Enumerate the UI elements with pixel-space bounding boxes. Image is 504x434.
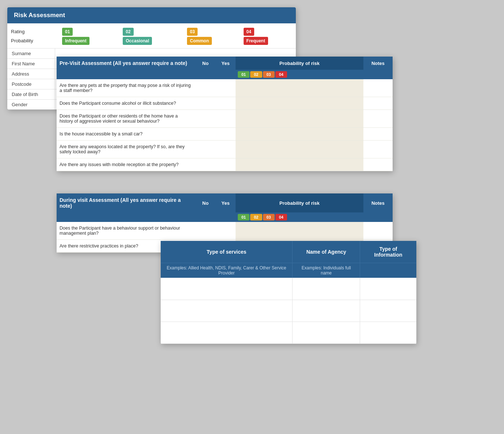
risk-assessment-title: Risk Assessment [7, 7, 296, 23]
previsit-p3-5[interactable] [299, 158, 332, 171]
services-data-row-1 [161, 300, 416, 322]
previsit-p3-3[interactable] [299, 128, 332, 141]
during-no-0[interactable] [195, 222, 215, 240]
previsit-p1-5[interactable] [236, 158, 268, 171]
previsit-p2-3[interactable] [268, 128, 300, 141]
previsit-notes-0[interactable] [363, 79, 393, 97]
previsit-row-4: Are there any weapons located at the pro… [57, 141, 393, 158]
previsit-p4-5[interactable] [332, 158, 364, 171]
previsit-yes-1[interactable] [215, 97, 236, 110]
prob-common: Common [187, 37, 212, 45]
previsit-q5: Are there any issues with mobile recepti… [57, 158, 195, 171]
during-yes-0[interactable] [215, 222, 236, 240]
services-type-2[interactable] [161, 322, 293, 343]
previsit-p1-1[interactable] [236, 97, 268, 110]
previsit-yes-4[interactable] [215, 141, 236, 158]
rating-02: 02 [123, 28, 133, 36]
services-col-header-1: Name of Agency [293, 241, 360, 263]
services-type-0[interactable] [161, 278, 293, 300]
previsit-p4-4[interactable] [332, 141, 364, 158]
previsit-assessment-card: Pre-Visit Assessment (All yes answer req… [57, 57, 393, 171]
services-data-row-2 [161, 322, 416, 343]
previsit-yes-0[interactable] [215, 79, 236, 97]
previsit-notes-3[interactable] [363, 128, 393, 141]
during-p2-0[interactable] [268, 222, 300, 240]
services-info-1[interactable] [360, 300, 416, 322]
previsit-p4-1[interactable] [332, 97, 364, 110]
previsit-p1-4[interactable] [236, 141, 268, 158]
during-p1-0[interactable] [236, 222, 268, 240]
during-yes-header: Yes [215, 193, 236, 212]
previsit-q2: Does the Participant or other residents … [57, 110, 195, 128]
previsit-notes-4[interactable] [363, 141, 393, 158]
gender-label: Gender [7, 100, 55, 110]
services-data-row-0 [161, 278, 416, 300]
previsit-p3-2[interactable] [299, 110, 332, 128]
during-notes-0[interactable] [363, 222, 393, 240]
during-p3-0[interactable] [299, 222, 332, 240]
during-title: During visit Assessment (All yes answer … [57, 193, 195, 212]
services-agency-0[interactable] [293, 278, 360, 300]
dob-label: Date of Birth [7, 89, 55, 100]
previsit-p2-0[interactable] [268, 79, 300, 97]
previsit-notes-5[interactable] [363, 158, 393, 171]
previsit-p4-3[interactable] [332, 128, 364, 141]
previsit-p2-4[interactable] [268, 141, 300, 158]
previsit-p3-4[interactable] [299, 141, 332, 158]
previsit-notes-header: Notes [363, 57, 393, 70]
previsit-no-5[interactable] [195, 158, 215, 171]
services-col-sub-0: Examples: Allied Health, NDIS, Family, C… [161, 263, 293, 278]
services-col-sub-1: Examples: Individuals full name [293, 263, 360, 278]
during-no-header: No [195, 193, 215, 212]
previsit-no-3[interactable] [195, 128, 215, 141]
prob-badge-04: 04 [275, 71, 287, 78]
previsit-p1-2[interactable] [236, 110, 268, 128]
during-prob-badge-02: 02 [250, 214, 262, 220]
previsit-p3-1[interactable] [299, 97, 332, 110]
previsit-p2-1[interactable] [268, 97, 300, 110]
previsit-row-5: Are there any issues with mobile recepti… [57, 158, 393, 171]
previsit-no-4[interactable] [195, 141, 215, 158]
previsit-row-2: Does the Participant or other residents … [57, 110, 393, 128]
previsit-no-2[interactable] [195, 110, 215, 128]
previsit-q4: Are there any weapons located at the pro… [57, 141, 195, 158]
previsit-yes-5[interactable] [215, 158, 236, 171]
previsit-p2-2[interactable] [268, 110, 300, 128]
previsit-p1-3[interactable] [236, 128, 268, 141]
rating-03: 03 [187, 28, 198, 36]
during-row-0: Does the Participant have a behaviour su… [57, 222, 393, 240]
previsit-sub-header: 01 02 03 04 [57, 70, 393, 79]
during-sub-header: 01 02 03 04 [57, 212, 393, 222]
services-info-0[interactable] [360, 278, 416, 300]
prob-badge-03: 03 [263, 71, 275, 78]
previsit-q1: Does the Participant consume alcohol or … [57, 97, 195, 110]
services-type-1[interactable] [161, 300, 293, 322]
previsit-yes-2[interactable] [215, 110, 236, 128]
previsit-no-1[interactable] [195, 97, 215, 110]
services-col-sub-2 [360, 263, 416, 278]
address-label: Address [7, 69, 55, 79]
previsit-p2-5[interactable] [268, 158, 300, 171]
firstname-label: First Name [7, 59, 55, 69]
during-p4-0[interactable] [332, 222, 364, 240]
previsit-p1-0[interactable] [236, 79, 268, 97]
during-notes-header: Notes [363, 193, 393, 212]
during-q0: Does the Participant have a behaviour su… [57, 222, 195, 240]
prob-frequent: Frequent [244, 37, 268, 45]
prob-badge-02: 02 [250, 71, 262, 78]
previsit-notes-2[interactable] [363, 110, 393, 128]
services-info-2[interactable] [360, 322, 416, 343]
previsit-notes-1[interactable] [363, 97, 393, 110]
during-prob-badge-04: 04 [275, 214, 287, 220]
previsit-yes-3[interactable] [215, 128, 236, 141]
services-agency-2[interactable] [293, 322, 360, 343]
during-prob-header: Probability of risk [236, 193, 363, 212]
services-agency-1[interactable] [293, 300, 360, 322]
previsit-p4-2[interactable] [332, 110, 364, 128]
previsit-p3-0[interactable] [299, 79, 332, 97]
prob-badge-01: 01 [238, 71, 249, 78]
rating-01: 01 [62, 28, 73, 36]
previsit-p4-0[interactable] [332, 79, 364, 97]
previsit-no-0[interactable] [195, 79, 215, 97]
rating-label: Rating [7, 27, 58, 36]
